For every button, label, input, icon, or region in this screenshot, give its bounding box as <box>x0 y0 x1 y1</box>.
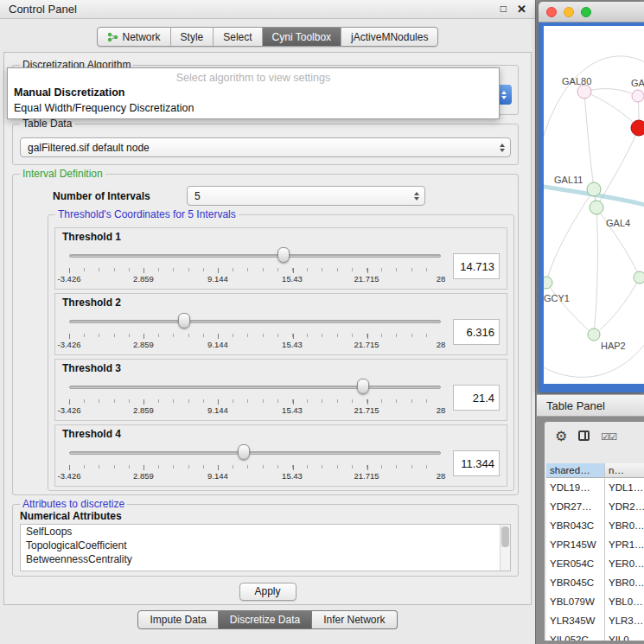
table-cell[interactable]: YIL0… <box>605 630 644 641</box>
network-node[interactable] <box>634 271 644 284</box>
scale-label: 21.715 <box>354 274 379 284</box>
slider-thumb[interactable] <box>178 313 190 328</box>
table-row[interactable]: YDR27…YDR2… <box>546 497 644 516</box>
table-cell[interactable]: YBR045C <box>546 573 605 592</box>
threshold-4-value-field[interactable]: 11.344 <box>453 450 500 476</box>
tab-cyni-toolbox[interactable]: Cyni Toolbox <box>263 28 341 46</box>
table-cell[interactable]: YER054C <box>546 554 605 573</box>
close-icon[interactable]: ✕ <box>517 3 526 16</box>
threshold-3-value-field[interactable]: 21.4 <box>453 385 500 411</box>
tab-discretize-data[interactable]: Discretize Data <box>219 610 312 629</box>
tab-infer-network[interactable]: Infer Network <box>312 610 397 629</box>
scale-label: -3.426 <box>58 340 81 349</box>
control-panel-titlebar[interactable]: Control Panel □ ✕ <box>0 0 535 19</box>
table-row[interactable]: YDL19…YDL1… <box>546 478 644 497</box>
network-node[interactable] <box>632 90 644 102</box>
checked-box-icon[interactable]: ☑ <box>601 431 609 443</box>
column-header-shared[interactable]: shared… <box>546 463 605 478</box>
table-row[interactable]: YER054CYER0… <box>546 554 644 573</box>
network-node[interactable] <box>587 182 601 196</box>
list-scrollbar[interactable] <box>500 525 510 571</box>
table-cell[interactable]: YLR345W <box>546 611 605 630</box>
table-cell[interactable]: YPR145W <box>546 535 605 554</box>
node-label: HAP2 <box>601 341 626 351</box>
table-row[interactable]: YPR145WYPR1… <box>546 535 644 554</box>
slider-thumb[interactable] <box>357 379 369 394</box>
checked-box-icon[interactable]: ☑ <box>609 431 616 443</box>
attribute-list-item[interactable]: BetweennessCentrality <box>21 552 510 566</box>
network-edge[interactable] <box>546 189 594 283</box>
gear-icon[interactable]: ⚙ <box>555 430 567 443</box>
table-cell[interactable]: YDL1… <box>605 478 644 497</box>
threshold-3-slider[interactable]: -3.4262.8599.14415.4321.71528 <box>69 378 441 418</box>
table-cell[interactable]: YPR1… <box>605 535 644 554</box>
table-cell[interactable]: YBL0… <box>605 592 644 611</box>
float-window-icon[interactable]: □ <box>501 3 507 16</box>
network-edge[interactable] <box>544 56 644 156</box>
table-cell[interactable]: YBR0… <box>605 573 644 592</box>
table-row[interactable]: YLR345WYLR3… <box>546 611 644 630</box>
tab-network[interactable]: Network <box>98 28 171 46</box>
table-cell[interactable]: YLR3… <box>605 611 644 630</box>
scrollbar-thumb[interactable] <box>501 526 509 547</box>
threshold-1-slider[interactable]: -3.4262.8599.14415.4321.71528 <box>69 246 441 286</box>
network-window-titlebar[interactable] <box>539 2 644 22</box>
numerical-attributes-list[interactable]: SelfLoopsTopologicalCoefficientBetweenne… <box>20 524 511 571</box>
tab-style[interactable]: Style <box>171 28 214 46</box>
zoom-traffic-light-icon[interactable] <box>581 7 591 17</box>
tab-jactivemnodules[interactable]: jActiveMNodules <box>341 28 437 46</box>
attribute-list-item[interactable]: TopologicalCoefficient <box>21 539 510 552</box>
slider-track[interactable] <box>69 451 441 455</box>
tab-impute-data[interactable]: Impute Data <box>137 610 218 629</box>
table-cell[interactable]: YBR043C <box>546 516 605 535</box>
slider-thumb[interactable] <box>238 444 250 460</box>
network-canvas[interactable]: GAL80GAGAL11GAL4GCY1HAP2 <box>544 26 644 384</box>
threshold-2-slider[interactable]: -3.4262.8599.14415.4321.71528 <box>69 312 441 352</box>
table-row[interactable]: YBL079WYBL0… <box>546 592 644 611</box>
table-row[interactable]: YIL052CYIL0… <box>546 630 644 641</box>
table-cell[interactable]: YBL079W <box>546 592 605 611</box>
table-cell[interactable]: YER0… <box>605 554 644 573</box>
attribute-list-item[interactable]: SelfLoops <box>21 525 510 539</box>
table-cell[interactable]: YDR2… <box>605 497 644 516</box>
dropdown-option-equal-width[interactable]: Equal Width/Frequency Discretization <box>14 102 194 114</box>
threshold-1-value-field[interactable]: 14.713 <box>453 253 500 279</box>
number-of-intervals-combobox[interactable]: 5 <box>187 186 425 206</box>
table-cell[interactable]: YDR27… <box>546 497 605 516</box>
network-edge[interactable] <box>544 344 644 377</box>
slider-thumb[interactable] <box>277 247 290 263</box>
network-node[interactable] <box>590 201 603 214</box>
threshold-2-value-field[interactable]: 6.316 <box>453 319 500 345</box>
network-edge[interactable] <box>584 92 594 189</box>
column-header-name[interactable]: n… <box>605 463 644 478</box>
tab-select[interactable]: Select <box>214 28 262 46</box>
control-panel-title: Control Panel <box>9 3 77 16</box>
scale-label: 21.715 <box>354 405 379 415</box>
columns-icon[interactable] <box>578 429 590 444</box>
table-cell[interactable]: YBR0… <box>605 516 644 535</box>
network-edge[interactable] <box>594 277 640 335</box>
table-row[interactable]: YBR043CYBR0… <box>546 516 644 535</box>
scale-label: -3.426 <box>58 274 81 284</box>
network-node[interactable] <box>544 277 552 289</box>
table-panel-titlebar[interactable]: Table Panel <box>537 394 644 417</box>
slider-track[interactable] <box>69 254 441 258</box>
threshold-4-slider[interactable]: -3.4262.8599.14415.4321.71528 <box>69 443 441 483</box>
threshold-label: Threshold 1 <box>62 231 121 243</box>
table-row[interactable]: YBR045CYBR0… <box>546 573 644 592</box>
network-node[interactable] <box>631 120 644 136</box>
table-data-combobox[interactable]: galFiltered.sif default node <box>20 137 511 157</box>
slider-track[interactable] <box>69 320 441 323</box>
network-edge[interactable] <box>546 283 594 335</box>
apply-button[interactable]: Apply <box>239 583 296 601</box>
slider-track[interactable] <box>69 386 441 389</box>
network-node[interactable] <box>588 328 600 341</box>
network-node[interactable] <box>577 85 591 99</box>
close-traffic-light-icon[interactable] <box>546 7 557 17</box>
table-cell[interactable]: YDL19… <box>546 478 605 497</box>
network-edge[interactable] <box>594 207 597 335</box>
table-cell[interactable]: YIL052C <box>546 630 605 641</box>
network-edge[interactable] <box>584 92 639 128</box>
minimize-traffic-light-icon[interactable] <box>564 7 574 17</box>
dropdown-option-manual-discretization[interactable]: Manual Discretization <box>14 86 125 99</box>
